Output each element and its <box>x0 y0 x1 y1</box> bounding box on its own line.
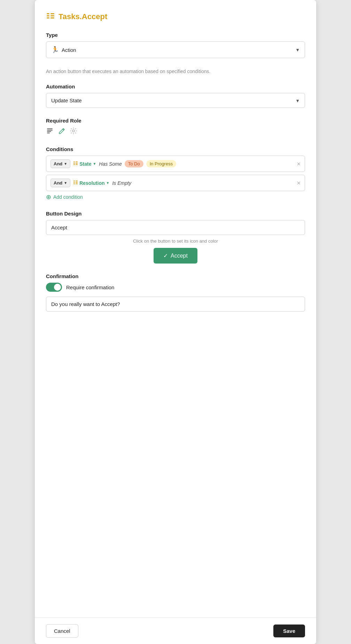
condition-1-connector[interactable]: And ▼ <box>50 159 70 168</box>
conditions-label: Conditions <box>46 146 305 152</box>
svg-rect-18 <box>73 182 75 183</box>
svg-rect-15 <box>76 163 78 164</box>
type-section: Type 🏃 Action ▼ <box>46 32 305 58</box>
button-design-section: Button Design Click on the button to set… <box>46 211 305 264</box>
add-condition-icon: ⊕ <box>46 193 51 201</box>
svg-rect-3 <box>50 13 54 14</box>
automation-label: Automation <box>46 84 305 89</box>
automation-select-wrapper[interactable]: Update State ▼ <box>46 93 305 108</box>
role-icons-group <box>46 127 305 136</box>
svg-rect-21 <box>76 182 78 183</box>
required-role-label: Required Role <box>46 118 305 124</box>
svg-rect-22 <box>76 183 78 184</box>
accept-button-check-icon: ✓ <box>163 252 168 259</box>
svg-rect-14 <box>76 162 78 162</box>
svg-rect-13 <box>73 164 75 165</box>
type-label: Type <box>46 32 305 38</box>
type-description: An action button that executes an automa… <box>46 68 305 75</box>
condition-1-field[interactable]: State ▼ <box>73 161 96 167</box>
confirmation-toggle-row: Require confirmation <box>46 283 305 292</box>
svg-rect-5 <box>50 17 54 18</box>
condition-1-field-label: State <box>79 161 91 167</box>
svg-rect-16 <box>76 164 78 165</box>
confirmation-label: Confirmation <box>46 273 305 279</box>
condition-1-tag-inprogress: In Progress <box>146 160 176 167</box>
svg-rect-17 <box>73 181 75 181</box>
svg-point-10 <box>72 130 75 132</box>
svg-rect-1 <box>47 15 49 16</box>
svg-rect-4 <box>50 15 54 16</box>
modal-footer: Cancel Save <box>35 618 316 644</box>
condition-2-connector-chevron: ▼ <box>64 181 67 185</box>
button-design-label: Button Design <box>46 211 305 217</box>
automation-select-display[interactable]: Update State <box>46 93 305 108</box>
type-select-display[interactable]: 🏃 Action <box>46 42 305 58</box>
svg-rect-20 <box>76 181 78 181</box>
condition-row-1: And ▼ State ▼ <box>46 156 305 172</box>
svg-rect-7 <box>47 130 53 131</box>
svg-rect-0 <box>47 13 49 14</box>
svg-rect-9 <box>47 133 50 133</box>
page-header: Tasks.Accept <box>46 11 305 22</box>
svg-rect-12 <box>73 163 75 164</box>
condition-1-remove-button[interactable]: × <box>297 161 301 167</box>
condition-1-operator: Has Some <box>99 161 122 167</box>
required-role-section: Required Role <box>46 118 305 136</box>
condition-2-remove-button[interactable]: × <box>297 180 301 186</box>
confirmation-section: Confirmation Require confirmation <box>46 273 305 312</box>
condition-2-field-label: Resolution <box>79 180 104 186</box>
require-confirmation-toggle[interactable] <box>46 283 62 292</box>
require-confirmation-label: Require confirmation <box>66 284 114 290</box>
svg-rect-2 <box>47 17 49 18</box>
confirmation-text-input[interactable] <box>46 297 305 312</box>
button-name-input[interactable] <box>46 220 305 235</box>
condition-2-field[interactable]: Resolution ▼ <box>73 180 109 186</box>
svg-rect-8 <box>47 131 51 132</box>
accept-button-label: Accept <box>171 253 188 259</box>
type-selected-value: Action <box>62 47 76 53</box>
settings-role-icon[interactable] <box>70 127 77 136</box>
toggle-knob <box>54 284 61 291</box>
editor-role-icon[interactable] <box>58 127 65 136</box>
type-select-wrapper[interactable]: 🏃 Action ▼ <box>46 41 305 58</box>
svg-rect-11 <box>73 162 75 162</box>
condition-2-connector[interactable]: And ▼ <box>50 179 70 187</box>
add-condition-label: Add condition <box>53 194 83 200</box>
condition-2-connector-label: And <box>54 180 62 186</box>
reader-role-icon[interactable] <box>46 127 54 136</box>
condition-row-2: And ▼ Resolution <box>46 175 305 191</box>
condition-1-tag-todo: To Do <box>125 160 143 167</box>
tasks-list-icon <box>46 11 55 22</box>
button-design-hint: Click on the button to set its icon and … <box>46 238 305 244</box>
run-icon: 🏃 <box>51 46 59 54</box>
condition-2-operator: Is Empty <box>112 180 131 186</box>
save-button[interactable]: Save <box>273 625 305 637</box>
add-condition-button[interactable]: ⊕ Add condition <box>46 193 305 201</box>
condition-2-field-icon <box>73 180 78 186</box>
condition-1-connector-chevron: ▼ <box>64 162 67 166</box>
condition-1-connector-label: And <box>54 161 62 166</box>
cancel-button[interactable]: Cancel <box>46 624 78 638</box>
conditions-list: And ▼ State ▼ <box>46 156 305 191</box>
condition-2-field-chevron: ▼ <box>106 181 110 185</box>
page-title: Tasks.Accept <box>58 12 107 21</box>
condition-1-field-chevron: ▼ <box>93 162 96 166</box>
conditions-section: Conditions And ▼ <box>46 146 305 201</box>
accept-preview-button[interactable]: ✓ Accept <box>154 248 197 264</box>
svg-rect-19 <box>73 183 75 184</box>
automation-selected-value: Update State <box>51 97 82 103</box>
modal-panel: Tasks.Accept Type 🏃 Action ▼ An action b… <box>35 0 316 644</box>
condition-1-field-icon <box>73 161 78 167</box>
automation-section: Automation Update State ▼ <box>46 84 305 108</box>
svg-rect-6 <box>47 128 53 129</box>
